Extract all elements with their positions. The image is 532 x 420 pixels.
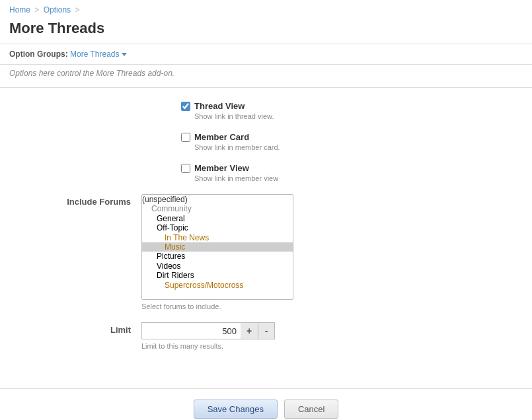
option-groups-bar: Option Groups: More Threads [0, 44, 532, 65]
include-forums-listbox[interactable]: (unspecified) Community General Off-Topi… [141, 194, 293, 300]
option-groups-label: Option Groups: [9, 50, 68, 59]
include-forums-row: Include Forums (unspecified) Community G… [9, 194, 523, 310]
list-item[interactable]: Off-Topic [142, 223, 293, 232]
breadcrumb-options[interactable]: Options [44, 5, 71, 15]
limit-plus-button[interactable]: + [241, 322, 258, 339]
option-groups-link[interactable]: More Threads [70, 50, 127, 59]
content-area: Thread View Show link in thread view. Me… [0, 88, 532, 375]
page-header: More Threads [0, 17, 532, 44]
footer-bar: Save Changes Cancel [0, 388, 532, 420]
list-item[interactable]: Videos [142, 262, 293, 271]
cancel-button[interactable]: Cancel [284, 400, 338, 419]
list-item[interactable]: Music [142, 242, 293, 252]
member-view-row: Member View Show link in member view [9, 163, 523, 182]
dropdown-arrow-icon [122, 53, 127, 56]
member-view-hint: Show link in member view [194, 174, 278, 182]
member-card-label[interactable]: Member Card [181, 132, 249, 142]
thread-view-label[interactable]: Thread View [181, 101, 245, 111]
include-forums-hint: Select forums to include. [141, 302, 483, 310]
breadcrumb: Home > Options > [0, 0, 532, 17]
list-item[interactable]: (unspecified) [142, 195, 293, 204]
page-description: Options here control the More Threads ad… [0, 65, 532, 88]
list-item[interactable]: Pictures [142, 252, 293, 261]
page-title: More Threads [9, 20, 523, 37]
include-forums-label: Include Forums [49, 194, 141, 207]
member-card-row: Member Card Show link in member card. [9, 132, 523, 151]
list-item[interactable]: Dirt Riders [142, 271, 293, 280]
save-button[interactable]: Save Changes [194, 400, 278, 419]
member-card-checkbox[interactable] [181, 133, 190, 142]
include-forums-content: (unspecified) Community General Off-Topi… [141, 194, 483, 310]
breadcrumb-home[interactable]: Home [9, 5, 30, 15]
member-view-checkbox[interactable] [181, 164, 190, 173]
member-view-label[interactable]: Member View [181, 163, 249, 173]
limit-input[interactable] [141, 322, 241, 339]
list-item[interactable]: Supercross/Motocross [142, 281, 293, 290]
limit-minus-button[interactable]: - [258, 322, 275, 339]
thread-view-row: Thread View Show link in thread view. [9, 101, 523, 120]
limit-input-group: + - [141, 322, 483, 339]
limit-label: Limit [49, 322, 141, 335]
thread-view-hint: Show link in thread view. [194, 112, 274, 120]
list-item[interactable]: In The News [142, 233, 293, 242]
thread-view-checkbox[interactable] [181, 102, 190, 111]
member-card-hint: Show link in member card. [194, 143, 280, 151]
list-item[interactable]: General [142, 214, 293, 223]
limit-row: Limit + - Limit to this many results. [9, 322, 523, 350]
limit-hint: Limit to this many results. [141, 342, 483, 350]
list-item: Community [142, 204, 293, 213]
limit-content: + - Limit to this many results. [141, 322, 483, 350]
